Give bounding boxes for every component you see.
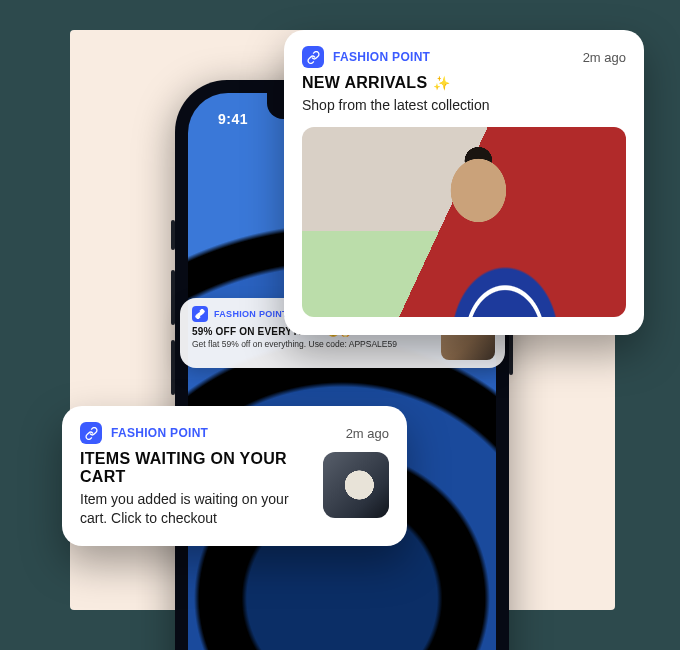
sparkle-icon: ✨ — [433, 75, 450, 91]
app-icon — [302, 46, 324, 68]
notification-card-new-arrivals[interactable]: FASHION POINT 2m ago NEW ARRIVALS ✨ Shop… — [284, 30, 644, 335]
notification-message: Shop from the latest collection — [302, 96, 626, 115]
phone-side-button — [171, 270, 175, 325]
notification-card-cart[interactable]: FASHION POINT 2m ago ITEMS WAITING ON YO… — [62, 406, 407, 546]
notification-message: Get flat 59% off on everything. Use code… — [192, 339, 433, 349]
notification-thumbnail — [323, 452, 389, 518]
notification-hero-image — [302, 127, 626, 317]
app-name: FASHION POINT — [333, 50, 430, 64]
notification-title: ITEMS WAITING ON YOUR CART — [80, 450, 309, 486]
app-icon — [80, 422, 102, 444]
time-ago: 2m ago — [346, 426, 389, 441]
notification-title: NEW ARRIVALS ✨ — [302, 74, 626, 92]
status-time: 9:41 — [218, 111, 248, 127]
notification-message: Item you added is waiting on your cart. … — [80, 490, 309, 528]
phone-side-button — [171, 220, 175, 250]
phone-side-button — [171, 340, 175, 395]
time-ago: 2m ago — [583, 50, 626, 65]
app-name: FASHION POINT — [111, 426, 208, 440]
app-icon — [192, 306, 208, 322]
app-name: FASHION POINT — [214, 309, 288, 319]
